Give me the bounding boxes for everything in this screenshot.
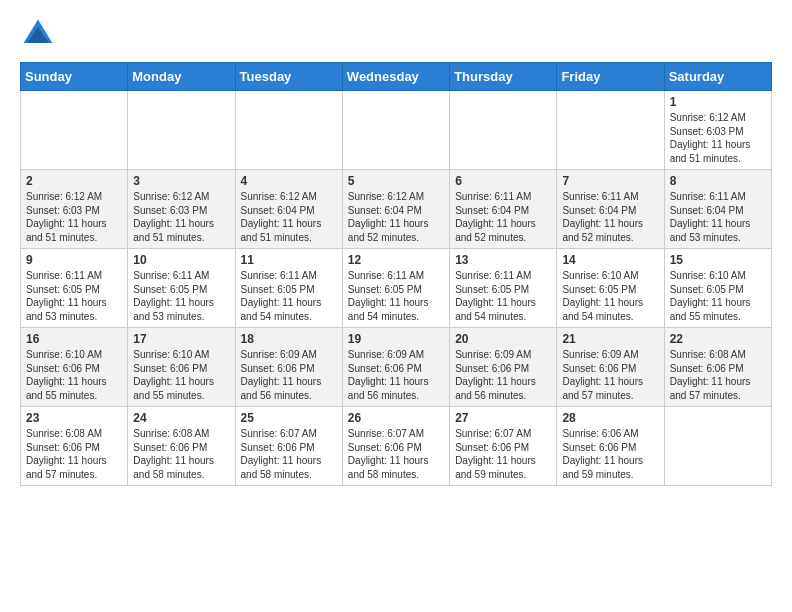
day-info: Sunrise: 6:11 AM Sunset: 6:05 PM Dayligh… <box>455 269 551 323</box>
calendar-week-0: 1Sunrise: 6:12 AM Sunset: 6:03 PM Daylig… <box>21 91 772 170</box>
calendar-cell: 2Sunrise: 6:12 AM Sunset: 6:03 PM Daylig… <box>21 170 128 249</box>
day-number: 14 <box>562 253 658 267</box>
calendar-cell: 1Sunrise: 6:12 AM Sunset: 6:03 PM Daylig… <box>664 91 771 170</box>
day-number: 6 <box>455 174 551 188</box>
calendar-cell: 12Sunrise: 6:11 AM Sunset: 6:05 PM Dayli… <box>342 249 449 328</box>
day-info: Sunrise: 6:08 AM Sunset: 6:06 PM Dayligh… <box>670 348 766 402</box>
day-number: 20 <box>455 332 551 346</box>
calendar-cell: 19Sunrise: 6:09 AM Sunset: 6:06 PM Dayli… <box>342 328 449 407</box>
day-header-thursday: Thursday <box>450 63 557 91</box>
day-header-sunday: Sunday <box>21 63 128 91</box>
day-info: Sunrise: 6:09 AM Sunset: 6:06 PM Dayligh… <box>348 348 444 402</box>
calendar-cell: 4Sunrise: 6:12 AM Sunset: 6:04 PM Daylig… <box>235 170 342 249</box>
day-header-saturday: Saturday <box>664 63 771 91</box>
logo <box>20 16 60 52</box>
day-info: Sunrise: 6:09 AM Sunset: 6:06 PM Dayligh… <box>241 348 337 402</box>
day-info: Sunrise: 6:11 AM Sunset: 6:05 PM Dayligh… <box>348 269 444 323</box>
day-number: 9 <box>26 253 122 267</box>
day-info: Sunrise: 6:07 AM Sunset: 6:06 PM Dayligh… <box>455 427 551 481</box>
day-number: 19 <box>348 332 444 346</box>
day-number: 28 <box>562 411 658 425</box>
day-number: 25 <box>241 411 337 425</box>
calendar-cell <box>21 91 128 170</box>
day-number: 17 <box>133 332 229 346</box>
calendar-cell: 3Sunrise: 6:12 AM Sunset: 6:03 PM Daylig… <box>128 170 235 249</box>
day-info: Sunrise: 6:11 AM Sunset: 6:05 PM Dayligh… <box>241 269 337 323</box>
day-info: Sunrise: 6:10 AM Sunset: 6:05 PM Dayligh… <box>670 269 766 323</box>
calendar-cell: 7Sunrise: 6:11 AM Sunset: 6:04 PM Daylig… <box>557 170 664 249</box>
header <box>20 16 772 52</box>
day-info: Sunrise: 6:12 AM Sunset: 6:04 PM Dayligh… <box>348 190 444 244</box>
day-info: Sunrise: 6:10 AM Sunset: 6:05 PM Dayligh… <box>562 269 658 323</box>
calendar-cell: 27Sunrise: 6:07 AM Sunset: 6:06 PM Dayli… <box>450 407 557 486</box>
calendar-cell: 28Sunrise: 6:06 AM Sunset: 6:06 PM Dayli… <box>557 407 664 486</box>
day-number: 21 <box>562 332 658 346</box>
calendar-cell: 22Sunrise: 6:08 AM Sunset: 6:06 PM Dayli… <box>664 328 771 407</box>
page: SundayMondayTuesdayWednesdayThursdayFrid… <box>0 0 792 502</box>
day-info: Sunrise: 6:10 AM Sunset: 6:06 PM Dayligh… <box>26 348 122 402</box>
calendar-week-1: 2Sunrise: 6:12 AM Sunset: 6:03 PM Daylig… <box>21 170 772 249</box>
calendar-week-4: 23Sunrise: 6:08 AM Sunset: 6:06 PM Dayli… <box>21 407 772 486</box>
calendar: SundayMondayTuesdayWednesdayThursdayFrid… <box>20 62 772 486</box>
day-number: 12 <box>348 253 444 267</box>
day-info: Sunrise: 6:11 AM Sunset: 6:04 PM Dayligh… <box>455 190 551 244</box>
calendar-cell: 6Sunrise: 6:11 AM Sunset: 6:04 PM Daylig… <box>450 170 557 249</box>
day-number: 13 <box>455 253 551 267</box>
day-header-wednesday: Wednesday <box>342 63 449 91</box>
day-info: Sunrise: 6:09 AM Sunset: 6:06 PM Dayligh… <box>455 348 551 402</box>
day-number: 23 <box>26 411 122 425</box>
calendar-cell: 16Sunrise: 6:10 AM Sunset: 6:06 PM Dayli… <box>21 328 128 407</box>
calendar-cell: 18Sunrise: 6:09 AM Sunset: 6:06 PM Dayli… <box>235 328 342 407</box>
calendar-cell <box>128 91 235 170</box>
calendar-week-3: 16Sunrise: 6:10 AM Sunset: 6:06 PM Dayli… <box>21 328 772 407</box>
calendar-cell: 13Sunrise: 6:11 AM Sunset: 6:05 PM Dayli… <box>450 249 557 328</box>
calendar-cell: 15Sunrise: 6:10 AM Sunset: 6:05 PM Dayli… <box>664 249 771 328</box>
day-info: Sunrise: 6:07 AM Sunset: 6:06 PM Dayligh… <box>241 427 337 481</box>
calendar-cell: 9Sunrise: 6:11 AM Sunset: 6:05 PM Daylig… <box>21 249 128 328</box>
day-info: Sunrise: 6:12 AM Sunset: 6:04 PM Dayligh… <box>241 190 337 244</box>
day-info: Sunrise: 6:12 AM Sunset: 6:03 PM Dayligh… <box>133 190 229 244</box>
day-info: Sunrise: 6:12 AM Sunset: 6:03 PM Dayligh… <box>670 111 766 165</box>
day-number: 1 <box>670 95 766 109</box>
day-number: 16 <box>26 332 122 346</box>
day-header-monday: Monday <box>128 63 235 91</box>
day-number: 24 <box>133 411 229 425</box>
day-number: 8 <box>670 174 766 188</box>
day-info: Sunrise: 6:12 AM Sunset: 6:03 PM Dayligh… <box>26 190 122 244</box>
calendar-cell <box>450 91 557 170</box>
day-number: 4 <box>241 174 337 188</box>
day-number: 22 <box>670 332 766 346</box>
calendar-cell <box>557 91 664 170</box>
day-number: 18 <box>241 332 337 346</box>
calendar-cell: 21Sunrise: 6:09 AM Sunset: 6:06 PM Dayli… <box>557 328 664 407</box>
day-info: Sunrise: 6:11 AM Sunset: 6:05 PM Dayligh… <box>133 269 229 323</box>
day-number: 26 <box>348 411 444 425</box>
day-info: Sunrise: 6:11 AM Sunset: 6:04 PM Dayligh… <box>562 190 658 244</box>
day-number: 5 <box>348 174 444 188</box>
day-info: Sunrise: 6:07 AM Sunset: 6:06 PM Dayligh… <box>348 427 444 481</box>
calendar-cell: 8Sunrise: 6:11 AM Sunset: 6:04 PM Daylig… <box>664 170 771 249</box>
day-info: Sunrise: 6:08 AM Sunset: 6:06 PM Dayligh… <box>133 427 229 481</box>
calendar-cell: 17Sunrise: 6:10 AM Sunset: 6:06 PM Dayli… <box>128 328 235 407</box>
calendar-week-2: 9Sunrise: 6:11 AM Sunset: 6:05 PM Daylig… <box>21 249 772 328</box>
day-number: 11 <box>241 253 337 267</box>
calendar-cell <box>664 407 771 486</box>
day-number: 3 <box>133 174 229 188</box>
day-info: Sunrise: 6:10 AM Sunset: 6:06 PM Dayligh… <box>133 348 229 402</box>
calendar-cell: 10Sunrise: 6:11 AM Sunset: 6:05 PM Dayli… <box>128 249 235 328</box>
calendar-cell: 11Sunrise: 6:11 AM Sunset: 6:05 PM Dayli… <box>235 249 342 328</box>
day-info: Sunrise: 6:08 AM Sunset: 6:06 PM Dayligh… <box>26 427 122 481</box>
day-header-friday: Friday <box>557 63 664 91</box>
calendar-header-row: SundayMondayTuesdayWednesdayThursdayFrid… <box>21 63 772 91</box>
calendar-cell: 14Sunrise: 6:10 AM Sunset: 6:05 PM Dayli… <box>557 249 664 328</box>
calendar-cell: 26Sunrise: 6:07 AM Sunset: 6:06 PM Dayli… <box>342 407 449 486</box>
day-info: Sunrise: 6:11 AM Sunset: 6:04 PM Dayligh… <box>670 190 766 244</box>
day-number: 7 <box>562 174 658 188</box>
day-number: 2 <box>26 174 122 188</box>
day-header-tuesday: Tuesday <box>235 63 342 91</box>
calendar-cell: 24Sunrise: 6:08 AM Sunset: 6:06 PM Dayli… <box>128 407 235 486</box>
calendar-cell: 23Sunrise: 6:08 AM Sunset: 6:06 PM Dayli… <box>21 407 128 486</box>
day-number: 10 <box>133 253 229 267</box>
day-info: Sunrise: 6:06 AM Sunset: 6:06 PM Dayligh… <box>562 427 658 481</box>
day-number: 15 <box>670 253 766 267</box>
